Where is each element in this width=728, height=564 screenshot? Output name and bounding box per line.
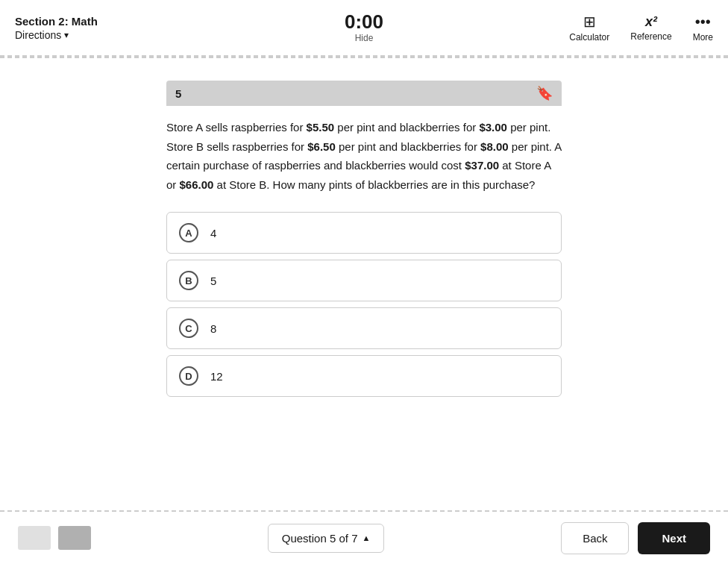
nav-buttons: Back Next [561,522,710,554]
chevron-up-icon: ▲ [362,533,370,542]
question-container: 5 🔖 Store A sells raspberries for $5.50 … [166,81,562,403]
reference-button[interactable]: x² Reference [630,14,671,42]
footer-box-2 [58,526,91,550]
answer-choice-d[interactable]: D 12 [166,355,562,397]
choice-value-d: 12 [210,370,223,383]
timer-display: 0:00 [345,12,383,31]
more-icon: ••• [695,13,711,31]
question-navigator-button[interactable]: Question 5 of 7 ▲ [268,524,385,553]
reference-icon: x² [645,14,657,30]
choice-value-b: 5 [210,275,216,287]
choice-circle-c: C [179,319,198,338]
choice-value-c: 8 [210,322,216,335]
header: Section 2: Math Directions ▾ 0:00 Hide ⊞… [0,0,728,57]
main-content: 5 🔖 Store A sells raspberries for $5.50 … [0,58,728,425]
footer-box-1 [18,526,51,550]
footer: Question 5 of 7 ▲ Back Next [0,510,728,564]
choice-circle-d: D [179,366,198,386]
more-button[interactable]: ••• More [693,13,713,43]
hide-label: Hide [345,33,383,43]
section-title: Section 2: Math [15,15,98,28]
choice-circle-b: B [179,271,198,290]
bookmark-button[interactable]: 🔖 [536,85,553,101]
calculator-label: Calculator [569,32,609,43]
question-nav-label: Question 5 of 7 [282,532,358,545]
directions-button[interactable]: Directions ▾ [15,29,98,41]
more-label: More [693,32,713,43]
directions-label: Directions [15,29,61,41]
answer-choice-c[interactable]: C 8 [166,307,562,349]
answer-choice-b[interactable]: B 5 [166,260,562,301]
choice-value-a: 4 [210,227,216,239]
back-button[interactable]: Back [561,522,629,554]
answer-choices: A 4 B 5 C 8 D 12 [166,212,562,397]
header-left: Section 2: Math Directions ▾ [15,15,98,41]
question-text: Store A sells raspberries for $5.50 per … [166,106,562,212]
choice-circle-a: A [179,223,198,242]
calculator-icon: ⊞ [583,13,596,31]
reference-label: Reference [630,31,671,42]
question-number: 5 [175,87,181,100]
footer-left [18,526,91,550]
question-header-bar: 5 🔖 [166,81,562,106]
answer-choice-a[interactable]: A 4 [166,212,562,254]
chevron-down-icon: ▾ [64,30,69,40]
header-center: 0:00 Hide [345,12,383,43]
header-right: ⊞ Calculator x² Reference ••• More [569,13,713,43]
next-button[interactable]: Next [638,522,710,554]
calculator-button[interactable]: ⊞ Calculator [569,13,609,43]
